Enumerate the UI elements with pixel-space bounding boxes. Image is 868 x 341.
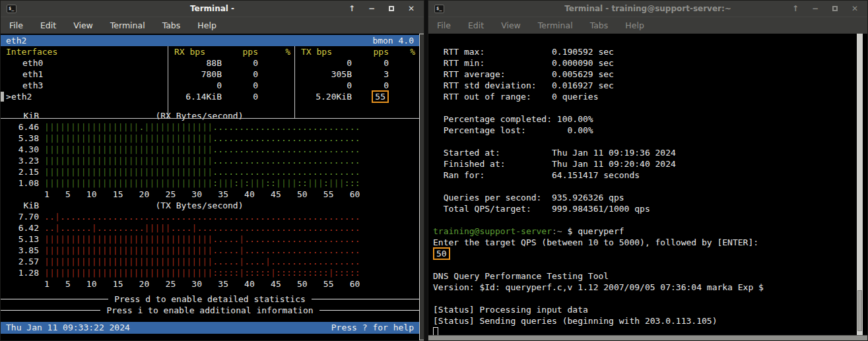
tx-graph: KiB (TX Bytes/second) 7.70..|...........… xyxy=(1,200,419,290)
col-interfaces: Interfaces xyxy=(1,46,168,57)
annotation-highlight-box: 55 xyxy=(372,90,389,103)
graph-cells: ||||||||||||||||||.|||||||||||||........… xyxy=(44,121,360,133)
terminal-line xyxy=(433,259,857,270)
graph-row: 6.46||||||||||||||||||.|||||||||||||....… xyxy=(1,121,419,133)
rx-bps-value: 6.14KiB xyxy=(168,91,228,102)
terminal-line: RTT average: 0.005629 sec xyxy=(433,69,857,80)
terminal-line: Total QPS/target: 999.984361/1000 qps xyxy=(433,203,857,214)
terminal-line: training@support-server:~ $ queryperf xyxy=(433,226,857,237)
interface-name: eth3 xyxy=(1,80,168,91)
graph-cells: ||||||||||||||||||||||||||||||||:::::|::… xyxy=(44,267,360,278)
window-bottom-edge xyxy=(428,335,867,340)
menu-tabs[interactable]: Tabs xyxy=(590,20,609,30)
maximize-icon xyxy=(832,6,838,11)
col-tx-bps: TX bps xyxy=(294,46,358,57)
titlebar[interactable]: $_ Terminal - training@support-server:~ … xyxy=(428,1,867,16)
close-button[interactable]: ✕ xyxy=(850,4,859,13)
col-rx-bps: RX bps xyxy=(168,46,228,57)
col-rx-pps: pps xyxy=(228,46,265,57)
menu-file[interactable]: File xyxy=(9,20,23,30)
graph-unit-label: KiB xyxy=(1,200,44,211)
tx-bps-value: 5.20KiB xyxy=(294,91,358,102)
menu-edit[interactable]: Edit xyxy=(468,20,484,30)
hint-text: Press d to enable detailed statistics xyxy=(108,294,312,305)
tx-bps-value: 0 xyxy=(294,57,358,69)
hint-divider-line xyxy=(1,310,100,311)
bmon-status-bar: Thu Jan 11 09:33:22 2024 Press ? for hel… xyxy=(1,322,419,334)
rx-bps-value: 780B xyxy=(168,69,228,80)
y-tick-label: 3.23 xyxy=(1,155,44,166)
table-row-selected[interactable]: >eth2 6.14KiB 0 5.20KiB 55 xyxy=(1,91,419,102)
tx-pct-value xyxy=(397,91,419,102)
menu-view[interactable]: View xyxy=(501,20,521,30)
col-tx-pct: % xyxy=(397,46,419,57)
terminal-line xyxy=(433,102,857,113)
bmon-version: bmon 4.0 xyxy=(372,35,414,46)
terminal-line: RTT max: 0.190592 sec xyxy=(433,46,857,57)
menu-edit[interactable]: Edit xyxy=(40,20,56,30)
minimize-button[interactable]: − xyxy=(367,4,376,13)
terminal-line: RTT min: 0.000090 sec xyxy=(433,57,857,69)
hint-divider-line xyxy=(1,299,108,299)
y-tick-label: 1.08 xyxy=(1,177,44,189)
terminal-line xyxy=(433,214,857,226)
scrollbar-thumb[interactable] xyxy=(857,290,862,331)
rx-pct-value xyxy=(265,91,294,102)
bmon-screen: eth2 bmon 4.0 Interfaces RX bps pps % TX… xyxy=(1,34,419,340)
terminal-line: DNS Query Performance Testing Tool xyxy=(433,270,857,282)
terminal-line: [Status] Processing input data xyxy=(433,304,857,315)
graph-cells: ..|......|.........|||||....|...........… xyxy=(44,222,360,233)
graph-x-axis: 1 5 10 15 20 25 30 35 40 45 50 55 60 xyxy=(44,278,360,290)
tx-pps-value: 0 xyxy=(358,57,397,69)
right-terminal-body: RTT max: 0.190592 sec RTT min: 0.000090 … xyxy=(428,34,857,335)
scrollbar[interactable] xyxy=(857,34,863,335)
col-rx-pct: % xyxy=(265,46,294,57)
minimize-button[interactable]: − xyxy=(811,4,820,13)
terminal-line: 50 xyxy=(433,248,857,259)
menu-tabs[interactable]: Tabs xyxy=(162,20,181,30)
graph-title: (RX Bytes/second) xyxy=(44,110,354,121)
terminal-line xyxy=(433,293,857,304)
graph-cells: ||||||||||||||||||||||||||||||||........… xyxy=(44,166,360,177)
interface-table: Interfaces RX bps pps % TX bps pps % eth… xyxy=(1,46,419,102)
table-row[interactable]: eth1 780B 0 305B 3 xyxy=(1,69,419,80)
graph-row: 6.42..|......|.........|||||....|.......… xyxy=(1,222,419,233)
menu-help[interactable]: Help xyxy=(197,20,217,30)
menu-terminal[interactable]: Terminal xyxy=(538,20,573,30)
y-tick-label: 6.42 xyxy=(1,222,44,233)
table-row[interactable]: eth0 88B 0 0 0 xyxy=(1,57,419,69)
rollup-button[interactable]: ↑ xyxy=(791,4,800,13)
graph-title: (TX Bytes/second) xyxy=(44,200,354,211)
scrollbar[interactable] xyxy=(419,34,424,340)
maximize-button[interactable] xyxy=(387,4,396,13)
rollup-button[interactable]: ↑ xyxy=(347,4,356,13)
prompt-user-host: training@support-server xyxy=(433,226,552,236)
selection-marker-icon: > xyxy=(6,91,11,102)
graph-cells: ||||||||||||||||||||||||||||||||........… xyxy=(44,144,360,155)
rx-pps-value: 0 xyxy=(228,69,265,80)
menubar: File Edit View Terminal Tabs Help xyxy=(1,16,424,34)
menu-view[interactable]: View xyxy=(73,20,93,30)
maximize-button[interactable] xyxy=(830,4,840,13)
table-row[interactable]: eth3 0 0 0 0 xyxy=(1,80,419,91)
interface-name: eth1 xyxy=(1,69,168,80)
menu-terminal[interactable]: Terminal xyxy=(110,20,145,30)
table-header-row: Interfaces RX bps pps % TX bps pps % xyxy=(1,46,419,57)
terminal-line: RTT std deviation: 0.016927 sec xyxy=(433,80,857,91)
terminal-line xyxy=(433,136,857,147)
titlebar[interactable]: $_ Terminal - ↑ − ✕ xyxy=(1,1,424,16)
graph-cells: ||||||||||||||||||||||||||||||||:|||:|:|… xyxy=(44,177,360,189)
rx-pct-value xyxy=(265,57,294,69)
terminal-line xyxy=(433,326,857,335)
menu-file[interactable]: File xyxy=(437,20,451,30)
hint-text: Press i to enable additional information xyxy=(100,305,319,316)
maximize-icon xyxy=(389,6,394,11)
graph-cells: ||||||||||||||||||||||||||||||||........… xyxy=(44,133,360,144)
graph-rows: 7.70..|.................................… xyxy=(1,211,419,278)
tx-bps-value: 305B xyxy=(294,69,358,80)
menu-help[interactable]: Help xyxy=(625,20,644,30)
interface-name: >eth2 xyxy=(1,91,168,102)
hint-additional-information: Press i to enable additional information xyxy=(1,305,419,316)
close-button[interactable]: ✕ xyxy=(407,4,416,13)
rx-pct-value xyxy=(265,80,294,91)
